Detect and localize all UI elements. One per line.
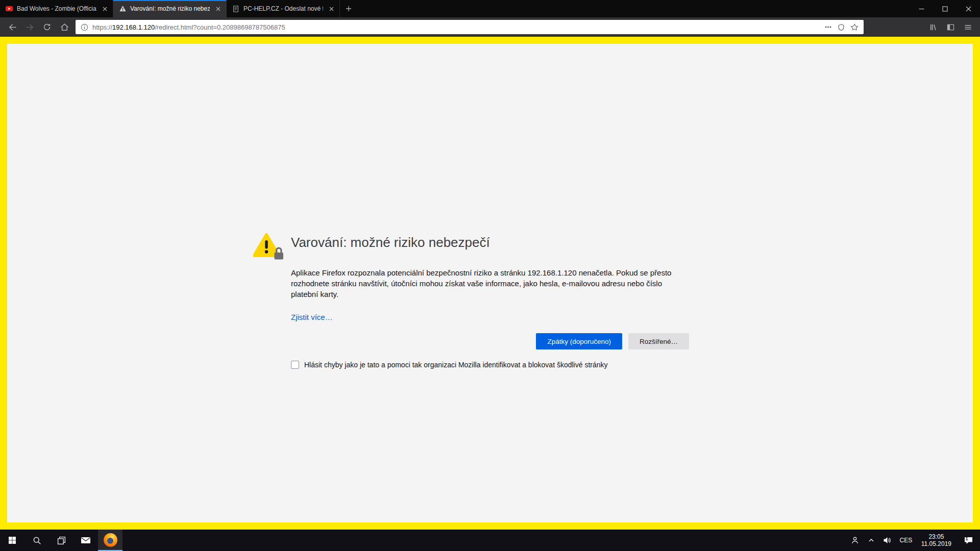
task-view-button[interactable] bbox=[49, 530, 74, 551]
warning-lock-icon bbox=[253, 232, 284, 261]
search-button[interactable] bbox=[24, 530, 49, 551]
menu-button[interactable] bbox=[960, 19, 976, 35]
system-tray: CES 23:05 11.05.2019 1 bbox=[847, 530, 980, 551]
people-icon[interactable] bbox=[847, 530, 863, 551]
back-button[interactable] bbox=[4, 19, 20, 35]
tab-close-icon[interactable] bbox=[213, 4, 223, 13]
advanced-button[interactable]: Rozšířené… bbox=[628, 333, 689, 349]
page-viewport: Varování: možné riziko nebezpečí Aplikac… bbox=[0, 37, 980, 530]
notification-badge: 1 bbox=[957, 536, 977, 541]
tab-close-icon[interactable] bbox=[100, 4, 109, 13]
url-scheme: https:// bbox=[92, 23, 112, 31]
page-actions-icon[interactable] bbox=[825, 26, 831, 28]
tab-title: Varování: možné riziko nebezpe bbox=[130, 5, 210, 12]
protection-shield-icon[interactable] bbox=[838, 23, 845, 31]
tab-bar: Bad Wolves - Zombie (Official V Varování… bbox=[0, 0, 980, 17]
error-title: Varování: možné riziko nebezpečí bbox=[291, 234, 689, 251]
windows-taskbar: CES 23:05 11.05.2019 1 bbox=[0, 530, 980, 551]
cert-error-page: Varování: možné riziko nebezpečí Aplikac… bbox=[7, 44, 973, 522]
library-button[interactable] bbox=[925, 19, 941, 35]
action-center-icon[interactable]: 1 bbox=[957, 530, 980, 551]
clock[interactable]: 23:05 11.05.2019 bbox=[916, 530, 957, 551]
url-path: /redirect.html?count=0.20898698787506875 bbox=[155, 23, 285, 31]
home-button[interactable] bbox=[56, 19, 72, 35]
error-buttons: Zpátky (doporučeno) Rozšířené… bbox=[291, 333, 689, 349]
maximize-button[interactable] bbox=[933, 0, 957, 17]
sidebar-button[interactable] bbox=[942, 19, 959, 35]
forward-button[interactable] bbox=[21, 19, 38, 35]
reload-button[interactable] bbox=[39, 19, 55, 35]
tab-cert-warning[interactable]: Varování: možné riziko nebezpe bbox=[113, 0, 227, 17]
bookmark-star-icon[interactable] bbox=[851, 23, 859, 31]
clock-time: 23:05 bbox=[928, 533, 944, 540]
document-icon bbox=[232, 5, 240, 13]
url-bar[interactable]: https://192.168.1.120/redirect.html?coun… bbox=[76, 20, 864, 34]
titlebar-drag-area bbox=[357, 0, 910, 17]
error-description: Aplikace Firefox rozpoznala potenciální … bbox=[291, 267, 689, 299]
site-info-icon[interactable] bbox=[81, 23, 88, 31]
report-checkbox[interactable] bbox=[291, 361, 299, 369]
report-error-row: Hlásit chyby jako je tato a pomoci tak o… bbox=[291, 361, 689, 369]
url-text[interactable]: https://192.168.1.120/redirect.html?coun… bbox=[92, 23, 821, 31]
go-back-button[interactable]: Zpátky (doporučeno) bbox=[536, 333, 622, 349]
start-button[interactable] bbox=[0, 530, 24, 551]
error-content: Varování: možné riziko nebezpečí Aplikac… bbox=[291, 44, 689, 369]
tab-youtube[interactable]: Bad Wolves - Zombie (Official V bbox=[0, 0, 113, 17]
close-button[interactable] bbox=[957, 0, 980, 17]
navigation-toolbar: https://192.168.1.120/redirect.html?coun… bbox=[0, 17, 980, 37]
warning-icon bbox=[118, 5, 127, 13]
language-indicator[interactable]: CES bbox=[896, 530, 916, 551]
minimize-button[interactable] bbox=[910, 0, 933, 17]
firefox-window: Bad Wolves - Zombie (Official V Varování… bbox=[0, 0, 980, 551]
tab-close-icon[interactable] bbox=[327, 4, 336, 13]
tab-title: Bad Wolves - Zombie (Official V bbox=[17, 5, 96, 12]
page-actions bbox=[825, 23, 859, 31]
new-tab-button[interactable] bbox=[340, 0, 357, 17]
volume-icon[interactable] bbox=[879, 530, 896, 551]
tab-title: PC-HELP.CZ - Odeslat nové té bbox=[243, 5, 323, 12]
youtube-icon bbox=[5, 5, 13, 13]
window-controls bbox=[910, 0, 980, 17]
mail-app-button[interactable] bbox=[74, 530, 98, 551]
tray-chevron-icon[interactable] bbox=[863, 530, 879, 551]
tab-pchelp[interactable]: PC-HELP.CZ - Odeslat nové té bbox=[227, 0, 340, 17]
firefox-app-button[interactable] bbox=[98, 530, 122, 551]
learn-more-link[interactable]: Zjistit více… bbox=[291, 313, 333, 322]
clock-date: 11.05.2019 bbox=[921, 540, 951, 547]
url-domain: 192.168.1.120 bbox=[112, 23, 155, 31]
report-checkbox-label: Hlásit chyby jako je tato a pomoci tak o… bbox=[304, 361, 608, 369]
firefox-icon bbox=[104, 533, 117, 547]
